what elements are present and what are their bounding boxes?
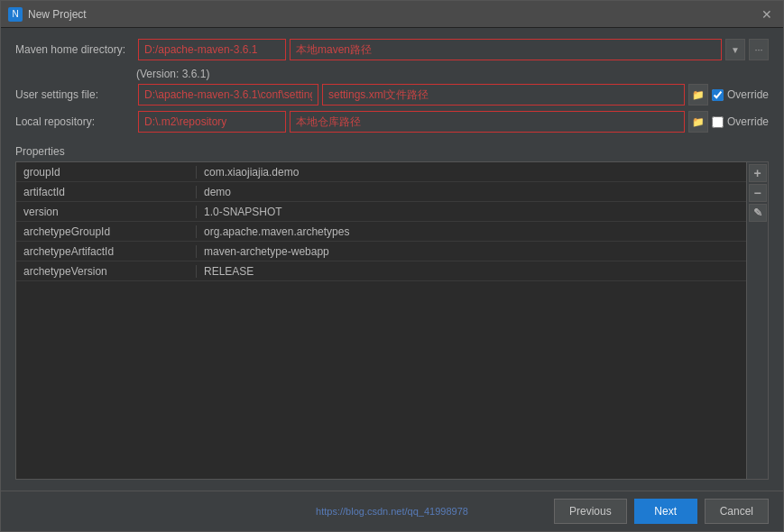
prop-key-archetype-artifactid: archetypeArtifactId xyxy=(16,245,197,258)
table-row[interactable]: archetypeVersion RELEASE xyxy=(16,261,746,281)
add-property-button[interactable]: + xyxy=(749,164,767,182)
local-repo-label: Local repository: xyxy=(15,115,133,128)
user-settings-hint: settings.xml文件路径 xyxy=(322,84,685,105)
dialog-title: New Project xyxy=(28,8,87,21)
properties-list: groupId com.xiaojiajia.demo artifactId d… xyxy=(16,162,746,479)
local-repo-browse[interactable]: 📁 xyxy=(688,111,708,133)
prop-key-version: version xyxy=(16,206,197,218)
maven-home-row: Maven home directory: 本地maven路径 ▼ ··· xyxy=(15,39,769,60)
user-settings-label: User settings file: xyxy=(15,88,133,101)
local-repo-input-group: 本地仓库路径 📁 Override xyxy=(138,111,769,133)
prop-key-groupid: groupId xyxy=(16,166,197,179)
table-row[interactable]: version 1.0-SNAPSHOT xyxy=(16,202,746,222)
remove-property-button[interactable]: − xyxy=(749,184,767,202)
prop-value-artifactid: demo xyxy=(197,186,746,198)
local-repo-override-label: Override xyxy=(712,115,769,128)
local-repo-input[interactable] xyxy=(138,111,286,133)
icon-letter: N xyxy=(12,9,18,19)
prop-key-archetype-groupid: archetypeGroupId xyxy=(16,225,197,238)
user-settings-override-label: Override xyxy=(712,88,769,101)
user-settings-input-group: settings.xml文件路径 📁 Override xyxy=(138,84,769,105)
table-row[interactable]: archetypeGroupId org.apache.maven.archet… xyxy=(16,222,746,242)
maven-home-input[interactable] xyxy=(138,39,286,60)
user-settings-override-text: Override xyxy=(727,88,769,101)
table-row[interactable]: artifactId demo xyxy=(16,182,746,202)
dialog-footer: https://blog.csdn.net/qq_41998978 Previo… xyxy=(1,491,783,531)
prop-value-archetype-artifactid: maven-archetype-webapp xyxy=(197,245,746,258)
local-repo-hint: 本地仓库路径 xyxy=(290,111,685,133)
maven-home-input-group: 本地maven路径 ▼ ··· xyxy=(138,39,769,60)
prop-key-artifactid: artifactId xyxy=(16,186,197,198)
prop-value-version: 1.0-SNAPSHOT xyxy=(197,206,746,218)
previous-button[interactable]: Previous xyxy=(554,499,627,524)
title-bar-left: N New Project xyxy=(8,7,87,22)
new-project-dialog: N New Project ✕ Maven home directory: 本地… xyxy=(0,0,784,532)
cancel-button[interactable]: Cancel xyxy=(705,499,769,524)
maven-home-browse[interactable]: ··· xyxy=(749,39,769,60)
properties-actions: + − ✎ xyxy=(746,162,768,479)
prop-value-archetype-groupid: org.apache.maven.archetypes xyxy=(197,225,746,238)
title-bar: N New Project ✕ xyxy=(1,1,783,28)
version-text: (Version: 3.6.1) xyxy=(15,66,769,84)
local-repo-override-text: Override xyxy=(727,115,769,128)
table-row[interactable]: archetypeArtifactId maven-archetype-weba… xyxy=(16,242,746,261)
user-settings-row: User settings file: settings.xml文件路径 📁 O… xyxy=(15,84,769,105)
local-repo-override-checkbox[interactable] xyxy=(712,116,724,128)
prop-key-archetype-version: archetypeVersion xyxy=(16,265,197,278)
properties-table: groupId com.xiaojiajia.demo artifactId d… xyxy=(15,161,769,480)
edit-property-button[interactable]: ✎ xyxy=(749,204,767,222)
user-settings-input[interactable] xyxy=(138,84,318,105)
local-repo-row: Local repository: 本地仓库路径 📁 Override xyxy=(15,111,769,133)
close-button[interactable]: ✕ xyxy=(758,5,776,23)
dialog-content: Maven home directory: 本地maven路径 ▼ ··· (V… xyxy=(1,28,783,491)
prop-value-archetype-version: RELEASE xyxy=(197,265,746,278)
maven-home-label: Maven home directory: xyxy=(15,43,133,56)
maven-home-dropdown[interactable]: ▼ xyxy=(725,39,745,60)
maven-home-hint: 本地maven路径 xyxy=(290,39,722,60)
user-settings-browse[interactable]: 📁 xyxy=(688,84,708,105)
properties-section-title: Properties xyxy=(15,145,769,158)
table-row[interactable]: groupId com.xiaojiajia.demo xyxy=(16,162,746,182)
next-button[interactable]: Next xyxy=(634,499,697,524)
prop-value-groupid: com.xiaojiajia.demo xyxy=(197,166,746,179)
dialog-icon: N xyxy=(8,7,23,22)
user-settings-override-checkbox[interactable] xyxy=(712,89,724,101)
